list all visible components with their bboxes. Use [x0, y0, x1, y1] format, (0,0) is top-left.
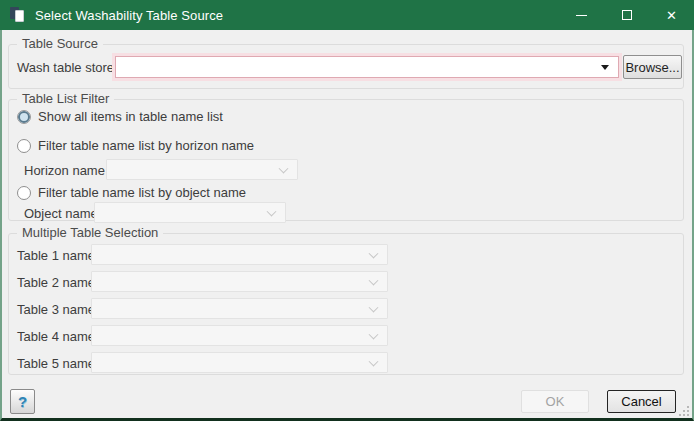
radio-row-filter-object[interactable]: Filter table name list by object name	[17, 185, 246, 200]
help-question-icon: ?	[18, 393, 27, 410]
browse-button[interactable]: Browse...	[623, 55, 682, 79]
chevron-down-icon	[369, 302, 379, 312]
group-multiple-table-selection-legend: Multiple Table Selection	[17, 225, 163, 240]
table-2-name-combobox[interactable]	[91, 271, 388, 292]
chevron-down-icon	[369, 356, 379, 366]
table-1-name-label: Table 1 name	[17, 248, 95, 263]
ok-button[interactable]: OK	[521, 390, 589, 413]
group-table-source: Table Source Wash table store Browse...	[8, 44, 684, 89]
chevron-down-icon	[267, 206, 277, 216]
radio-row-filter-horizon[interactable]: Filter table name list by horizon name	[17, 138, 254, 153]
object-name-label: Object name	[24, 206, 98, 221]
minimize-icon	[576, 15, 587, 16]
dialog-window: Select Washability Table Source ✕ Table …	[0, 0, 694, 421]
wash-table-store-label: Wash table store	[17, 60, 114, 75]
radio-show-all-items-label[interactable]: Show all items in table name list	[38, 109, 223, 124]
horizon-name-label: Horizon name	[24, 163, 105, 178]
horizon-name-combobox[interactable]	[106, 159, 298, 180]
group-multiple-table-selection: Multiple Table Selection Table 1 name Ta…	[8, 233, 684, 375]
radio-filter-by-horizon[interactable]	[17, 139, 31, 153]
radio-show-all-items[interactable]	[17, 110, 31, 124]
group-table-list-filter: Table List Filter Show all items in tabl…	[8, 99, 684, 221]
chevron-down-icon	[369, 248, 379, 258]
resize-grip[interactable]	[679, 406, 689, 416]
help-button[interactable]: ?	[10, 389, 35, 414]
titlebar: Select Washability Table Source ✕	[0, 0, 694, 30]
table-3-name-label: Table 3 name	[17, 302, 95, 317]
maximize-icon	[622, 10, 632, 20]
table-3-name-combobox[interactable]	[91, 298, 388, 319]
chevron-down-icon	[369, 275, 379, 285]
minimize-button[interactable]	[559, 0, 604, 30]
close-icon: ✕	[666, 9, 677, 22]
table-5-name-combobox[interactable]	[91, 352, 388, 373]
chevron-down-icon	[369, 329, 379, 339]
wash-table-store-input[interactable]	[116, 57, 601, 77]
maximize-button[interactable]	[604, 0, 649, 30]
radio-row-show-all[interactable]: Show all items in table name list	[17, 109, 223, 124]
browse-button-label: Browse...	[625, 60, 679, 75]
window-controls: ✕	[559, 0, 694, 30]
close-button[interactable]: ✕	[649, 0, 694, 30]
cancel-button-label: Cancel	[621, 394, 661, 409]
wash-table-store-combobox[interactable]	[115, 56, 619, 78]
object-name-combobox[interactable]	[94, 202, 286, 223]
window-title: Select Washability Table Source	[35, 8, 223, 23]
table-1-name-combobox[interactable]	[91, 244, 388, 265]
table-2-name-label: Table 2 name	[17, 275, 95, 290]
dialog-body: Table Source Wash table store Browse... …	[0, 30, 694, 421]
ok-button-label: OK	[546, 394, 565, 409]
cancel-button[interactable]: Cancel	[607, 390, 676, 413]
table-4-name-combobox[interactable]	[91, 325, 388, 346]
chevron-down-icon	[279, 163, 289, 173]
table-5-name-label: Table 5 name	[17, 356, 95, 371]
documents-copy-icon	[10, 7, 26, 23]
radio-filter-by-object-label[interactable]: Filter table name list by object name	[38, 185, 246, 200]
radio-filter-by-horizon-label[interactable]: Filter table name list by horizon name	[38, 138, 254, 153]
dropdown-arrow-icon[interactable]	[601, 65, 609, 70]
group-table-list-filter-legend: Table List Filter	[17, 91, 114, 106]
document-front-shape	[15, 10, 24, 22]
table-4-name-label: Table 4 name	[17, 329, 95, 344]
group-table-source-legend: Table Source	[17, 36, 103, 51]
radio-filter-by-object[interactable]	[17, 186, 31, 200]
